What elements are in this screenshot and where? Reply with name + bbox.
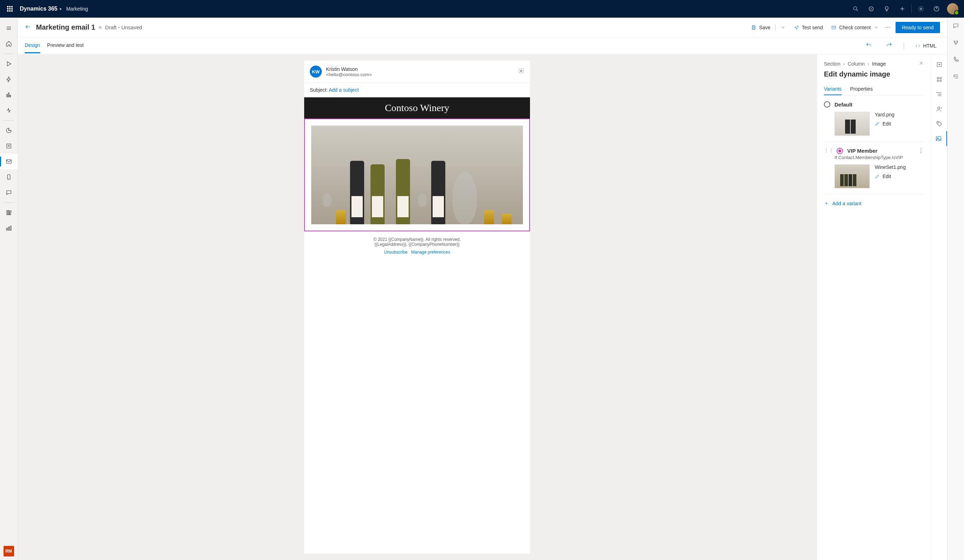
rail-tasks[interactable]: [953, 73, 959, 81]
variant-thumbnail[interactable]: [834, 164, 870, 188]
checklist-icon: [953, 73, 959, 80]
nav-home[interactable]: [0, 36, 18, 52]
app-launcher-button[interactable]: [3, 0, 17, 18]
question-icon: [933, 6, 940, 12]
redo-button[interactable]: [883, 40, 896, 52]
nav-triggers[interactable]: [0, 71, 18, 87]
sparkle-icon: [953, 39, 959, 46]
crumb-column[interactable]: Column: [848, 61, 865, 67]
nav-reports[interactable]: [0, 221, 18, 236]
nav-persona[interactable]: RM: [3, 546, 14, 557]
edit-variant-button[interactable]: Edit: [875, 174, 906, 179]
add-box-icon: [936, 62, 943, 68]
email-settings-button[interactable]: [518, 68, 524, 75]
chevron-right-icon: ›: [868, 61, 870, 67]
nav-separator: [3, 54, 15, 54]
settings-button[interactable]: [913, 0, 929, 18]
svg-point-40: [937, 80, 939, 82]
design-canvas[interactable]: KW Kristin Watson <hello@contoso.com> Su…: [18, 54, 816, 560]
nav-segments[interactable]: [0, 123, 18, 138]
rail-image[interactable]: [931, 131, 948, 146]
task-button[interactable]: [863, 0, 879, 18]
nav-forms[interactable]: [0, 138, 18, 154]
email-footer: © 2021 {{CompanyName}}. All rights reser…: [304, 231, 530, 260]
svg-rect-13: [10, 95, 11, 97]
check-content-button[interactable]: Check content: [827, 23, 883, 32]
command-bar: Marketing email 1 Draft - Unsaved Save T…: [18, 18, 947, 37]
rail-tags[interactable]: [931, 116, 948, 131]
variant-radio-vip[interactable]: [837, 148, 843, 154]
ready-to-send-button[interactable]: Ready to send: [896, 22, 940, 33]
subject-placeholder[interactable]: Add a subject: [329, 87, 359, 93]
test-send-label: Test send: [802, 25, 823, 30]
rail-personalize[interactable]: [931, 102, 948, 116]
svg-point-54: [955, 43, 956, 44]
tab-preview[interactable]: Preview and test: [47, 38, 84, 53]
list-icon: [936, 91, 943, 97]
nav-library[interactable]: [0, 205, 18, 221]
help-button[interactable]: [929, 0, 944, 18]
back-button[interactable]: [25, 24, 31, 31]
email-header: KW Kristin Watson <hello@contoso.com>: [304, 61, 530, 83]
add-button[interactable]: [894, 0, 910, 18]
search-button[interactable]: [848, 0, 863, 18]
product-brand[interactable]: Dynamics 365 ▾: [20, 6, 61, 12]
nav-chat[interactable]: [0, 185, 18, 200]
main-area: Marketing email 1 Draft - Unsaved Save T…: [18, 18, 947, 560]
variant-more-button[interactable]: ⋮: [918, 148, 924, 154]
waffle-icon: [7, 6, 13, 11]
save-button[interactable]: Save: [747, 23, 775, 32]
crumb-section[interactable]: Section: [824, 61, 840, 67]
test-send-button[interactable]: Test send: [790, 23, 827, 32]
save-label: Save: [759, 25, 770, 30]
nav-toggle[interactable]: [0, 21, 18, 36]
manage-preferences-link[interactable]: Manage preferences: [411, 250, 450, 255]
ideas-button[interactable]: [879, 0, 894, 18]
subject-row[interactable]: Subject: Add a subject: [304, 83, 530, 97]
email-banner[interactable]: Contoso Winery: [304, 97, 530, 118]
undo-button[interactable]: [862, 40, 875, 52]
selected-image-block[interactable]: [304, 118, 530, 231]
variant-filename: WineSet1.png: [875, 164, 906, 170]
pencil-icon: [875, 174, 880, 179]
close-panel-button[interactable]: [919, 61, 924, 67]
pencil-icon: [875, 121, 880, 126]
drag-handle-icon[interactable]: ⋮⋮: [824, 148, 834, 153]
variant-vip-member: ⋮⋮ VIP Member ⋮ If Contact.MembershipTyp…: [824, 142, 924, 194]
rail-layout[interactable]: [931, 72, 948, 87]
nav-speed[interactable]: [0, 102, 18, 118]
speed-icon: [6, 107, 12, 114]
nav-journeys[interactable]: [0, 56, 18, 71]
rail-copilot[interactable]: [953, 39, 959, 47]
rail-styles[interactable]: [931, 87, 948, 102]
more-commands-button[interactable]: ⋯: [883, 22, 893, 33]
svg-rect-23: [7, 228, 7, 230]
variant-radio-default[interactable]: [824, 101, 830, 107]
tag-icon: [936, 121, 943, 127]
add-variant-button[interactable]: Add a variant: [824, 194, 924, 213]
save-dropdown[interactable]: [776, 23, 790, 32]
rail-call[interactable]: [953, 57, 959, 64]
variant-thumbnail[interactable]: [834, 112, 870, 136]
nav-emails[interactable]: [0, 154, 18, 169]
svg-point-41: [940, 80, 941, 82]
tab-variants[interactable]: Variants: [824, 83, 842, 95]
svg-point-49: [938, 122, 938, 123]
tab-design[interactable]: Design: [25, 38, 40, 53]
phone-icon: [6, 174, 12, 180]
edit-variant-button[interactable]: Edit: [875, 121, 894, 127]
banner-text: Contoso Winery: [385, 102, 449, 114]
chat-icon: [953, 23, 959, 29]
user-avatar[interactable]: [947, 3, 958, 15]
rail-conversation[interactable]: [953, 23, 959, 30]
tab-properties[interactable]: Properties: [850, 83, 873, 95]
rail-add-element[interactable]: [931, 57, 948, 72]
svg-rect-22: [10, 211, 11, 215]
html-view-button[interactable]: HTML: [912, 41, 940, 51]
mail-icon: [6, 158, 12, 165]
bars-icon: [6, 92, 12, 98]
chevron-right-icon: ›: [843, 61, 845, 67]
nav-mobile[interactable]: [0, 169, 18, 185]
unsubscribe-link[interactable]: Unsubscribe: [384, 250, 408, 255]
nav-analytics[interactable]: [0, 87, 18, 102]
